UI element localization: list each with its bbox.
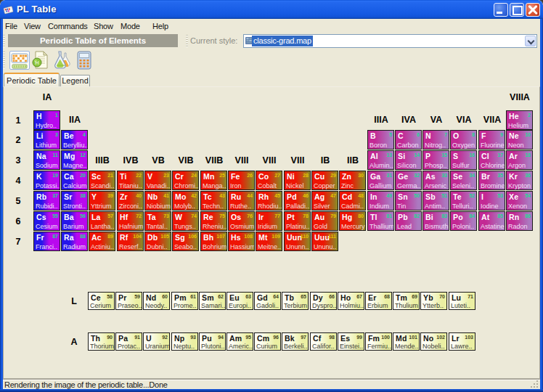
svg-text:H: H xyxy=(35,60,38,65)
